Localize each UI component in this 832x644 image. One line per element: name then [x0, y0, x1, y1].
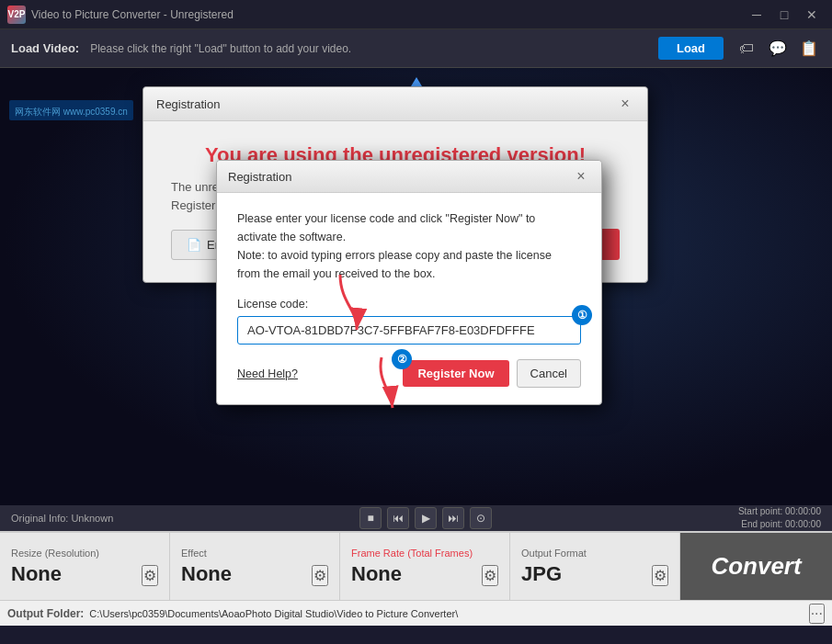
info-bar: Original Info: Unknown ■ ⏮ ▶ ⏭ ⊙ Start p…	[0, 505, 832, 531]
main-area: 网东软件网 www.pc0359.cn Registration × You a…	[0, 68, 832, 505]
toolbar-hint: Please click the right "Load" button to …	[90, 42, 647, 55]
inner-dialog-description: Please enter your license code and click…	[237, 209, 581, 283]
effect-value: None	[181, 562, 232, 586]
resize-section: Resize (Resolution) None ⚙	[0, 533, 170, 600]
start-point: Start point: 00:00:00	[738, 505, 821, 518]
resize-row: Resize (Resolution)	[11, 548, 158, 559]
play-button[interactable]: ▶	[415, 507, 437, 529]
resize-gear-button[interactable]: ⚙	[142, 565, 158, 586]
outer-dialog-close-button[interactable]: ×	[616, 95, 634, 113]
app-icon: V2P	[7, 6, 26, 24]
next-frame-button[interactable]: ⏭	[442, 507, 464, 529]
window-title: Video to Picture Converter - Unregistere…	[31, 8, 234, 21]
cancel-button[interactable]: Cancel	[517, 359, 581, 388]
info-icon[interactable]: 📋	[797, 37, 821, 61]
maximize-button[interactable]: □	[771, 6, 797, 24]
license-icon: 📄	[187, 238, 201, 252]
load-video-label: Load Video:	[11, 41, 79, 55]
output-format-gear-button[interactable]: ⚙	[652, 565, 668, 586]
playback-controls: ■ ⏮ ▶ ⏭ ⊙	[359, 507, 492, 529]
prev-frame-button[interactable]: ⏮	[387, 507, 409, 529]
end-point: End point: 00:00:00	[741, 518, 821, 531]
effect-section: Effect None ⚙	[170, 533, 340, 600]
resize-label: Resize (Resolution)	[11, 548, 99, 559]
inner-dialog-body: Please enter your license code and click…	[217, 193, 601, 404]
window-controls: ─ □ ✕	[744, 6, 825, 24]
arrow-pointer-2	[354, 353, 409, 417]
outer-dialog-title-text: Registration	[156, 97, 220, 111]
frame-rate-section: Frame Rate (Total Frames) None ⚙	[340, 533, 510, 600]
register-now-button[interactable]: ② Register Now	[403, 360, 508, 387]
output-format-label: Output Format	[521, 548, 587, 559]
outer-dialog-title-bar: Registration ×	[143, 87, 647, 121]
output-folder-label: Output Folder:	[7, 607, 84, 620]
inner-registration-dialog: Registration × Please enter your license…	[216, 160, 602, 405]
convert-section[interactable]: Convert	[680, 533, 832, 600]
effect-value-row: None ⚙	[181, 562, 328, 586]
title-bar-left: V2P Video to Picture Converter - Unregis…	[7, 6, 234, 24]
browse-output-button[interactable]: ···	[809, 604, 825, 624]
stop-button[interactable]: ■	[359, 507, 382, 529]
inner-dialog-footer: Need Help? ② Register Now Cancel	[237, 359, 581, 388]
license-input-wrapper: ①	[237, 316, 581, 345]
output-format-value: JPG	[521, 562, 562, 586]
inner-dialog-title-bar: Registration ×	[217, 161, 601, 193]
output-format-value-row: JPG ⚙	[521, 562, 668, 586]
minimize-button[interactable]: ─	[744, 6, 769, 24]
watermark: 网东软件网 www.pc0359.cn	[9, 100, 133, 120]
chat-icon[interactable]: 💬	[766, 37, 790, 61]
time-info: Start point: 00:00:00 End point: 00:00:0…	[738, 505, 821, 531]
frame-rate-label: Frame Rate (Total Frames)	[351, 548, 473, 559]
arrow-pointer-1	[313, 266, 368, 339]
watermark-text: 网东软件网 www.pc0359.cn	[15, 107, 128, 117]
resize-value: None	[11, 562, 62, 586]
need-help-button[interactable]: Need Help?	[237, 367, 298, 380]
effect-label: Effect	[181, 548, 207, 559]
frame-rate-gear-button[interactable]: ⚙	[482, 565, 498, 586]
close-button[interactable]: ✕	[799, 6, 825, 24]
title-bar: V2P Video to Picture Converter - Unregis…	[0, 0, 832, 29]
toolbar: Load Video: Please click the right "Load…	[0, 29, 832, 68]
original-info: Original Info: Unknown	[11, 513, 113, 524]
inner-dialog-close-button[interactable]: ×	[572, 167, 590, 186]
toolbar-icons: 🏷 💬 📋	[735, 37, 821, 61]
output-bar: Output Folder: C:\Users\pc0359\Documents…	[0, 600, 832, 626]
bookmark-icon[interactable]: 🏷	[735, 37, 758, 61]
loop-button[interactable]: ⊙	[470, 507, 492, 529]
output-folder-path: C:\Users\pc0359\Documents\AoaoPhoto Digi…	[89, 608, 803, 619]
license-code-input[interactable]	[237, 316, 581, 345]
controls-bar: Resize (Resolution) None ⚙ Effect None ⚙…	[0, 531, 832, 600]
inner-dialog-title-text: Registration	[228, 170, 291, 184]
resize-value-row: None ⚙	[11, 562, 158, 586]
convert-button[interactable]: Convert	[711, 552, 801, 581]
frame-rate-value: None	[351, 562, 402, 586]
step-1-badge: ①	[572, 305, 592, 325]
effect-gear-button[interactable]: ⚙	[312, 565, 328, 586]
output-format-row: Output Format	[521, 548, 668, 559]
frame-rate-row: Frame Rate (Total Frames)	[351, 548, 498, 559]
frame-rate-value-row: None ⚙	[351, 562, 498, 586]
footer-right-buttons: ② Register Now Cancel	[403, 359, 581, 388]
effect-row: Effect	[181, 548, 328, 559]
load-button[interactable]: Load	[658, 37, 724, 60]
output-format-section: Output Format JPG ⚙	[510, 533, 680, 600]
license-code-label: License code:	[237, 298, 581, 311]
